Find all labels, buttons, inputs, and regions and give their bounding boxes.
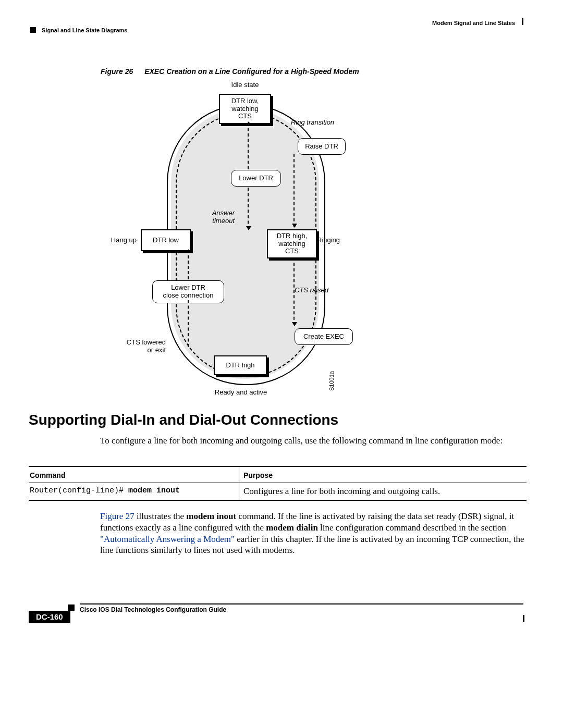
label-cts-raised: CTS raised: [295, 287, 328, 294]
table-header-command: Command: [29, 467, 239, 483]
label-answer-timeout: Answer timeout: [182, 209, 235, 225]
figure-link[interactable]: Figure 27: [100, 511, 134, 521]
table-cell-purpose: Configures a line for both incoming and …: [239, 483, 527, 500]
footer-rule: [80, 603, 523, 604]
state-ringing: DTR high, watching CTS: [267, 229, 317, 258]
command-table: Command Purpose Router(config-line)# mod…: [29, 466, 527, 501]
arrow-answer-timeout: [248, 188, 249, 229]
state-diagram: Idle state DTR low, watching CTS Ring tr…: [104, 78, 438, 401]
action-create-exec: Create EXEC: [295, 328, 353, 345]
action-lower-dtr: Lower DTR: [231, 170, 281, 187]
state-hang-up: DTR low: [141, 229, 191, 251]
header-chapter: Modem Signal and Line States: [432, 20, 515, 26]
header-bullet-icon: [30, 27, 36, 33]
footer-accent-stub: [68, 604, 75, 611]
label-cts-lowered: CTS lowered or exit: [109, 339, 166, 354]
label-hang-up: Hang up: [101, 237, 137, 244]
table-header-purpose: Purpose: [239, 467, 527, 483]
section-heading: Supporting Dial-In and Dial-Out Connecti…: [29, 412, 338, 428]
label-ringing: Ringing: [317, 237, 340, 244]
state-active: DTR high: [214, 355, 267, 375]
arrow-to-ringing: [293, 154, 295, 227]
body-paragraph: Figure 27 illustrates the modem inout co…: [100, 511, 527, 556]
header-section: Signal and Line State Diagrams: [42, 27, 127, 33]
arrow-to-hangup: [188, 250, 189, 279]
line-from-active-left: [188, 300, 189, 347]
figure-number: Figure 26: [101, 67, 133, 76]
figure-caption: Figure 26 EXEC Creation on a Line Config…: [101, 67, 359, 76]
arrow-cts-raised: [293, 257, 295, 325]
footer-guide-title: Cisco IOS Dial Technologies Configuratio…: [80, 606, 226, 613]
table-row: Router(config-line)# modem inout Configu…: [29, 483, 527, 500]
footer-page-number: DC-160: [29, 611, 70, 623]
arrow-lower-dtr: [248, 122, 249, 169]
figure-title: EXEC Creation on a Line Configured for a…: [144, 67, 359, 76]
label-idle-state: Idle state: [203, 81, 287, 89]
table-cell-command: Router(config-line)# modem inout: [29, 483, 239, 500]
header-accent-bar: [522, 18, 523, 25]
intro-paragraph: To configure a line for both incoming an…: [100, 435, 527, 447]
label-ready-active: Ready and active: [194, 389, 288, 397]
action-raise-dtr: Raise DTR: [298, 138, 346, 155]
figure-image-code: S1001a: [328, 371, 335, 391]
state-idle: DTR low, watching CTS: [219, 94, 271, 124]
label-ring-transition: Ring transition: [291, 119, 334, 127]
section-link[interactable]: "Automatically Answering a Modem": [100, 534, 235, 544]
footer-accent-bar: [523, 615, 524, 622]
